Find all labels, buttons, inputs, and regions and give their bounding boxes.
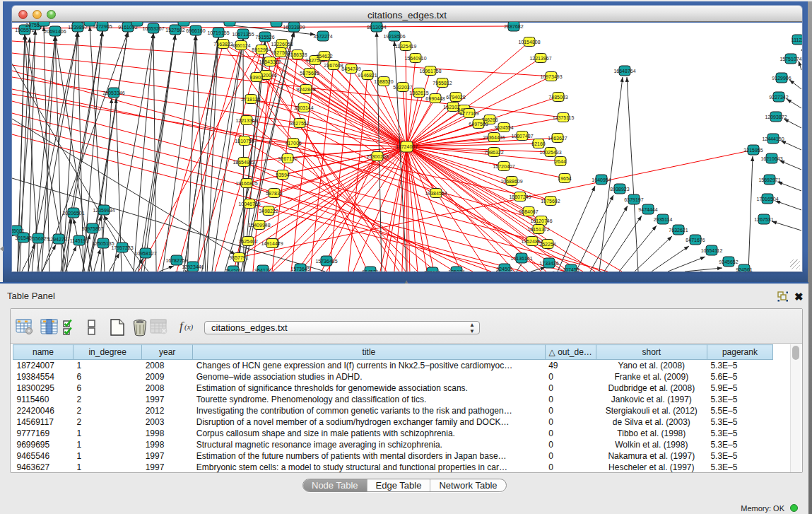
- svg-text:8813054: 8813054: [367, 25, 386, 30]
- svg-text:f: f: [180, 320, 184, 333]
- svg-text:9777169: 9777169: [459, 111, 478, 116]
- svg-text:10719155: 10719155: [207, 30, 229, 35]
- svg-text:872601: 872601: [424, 270, 440, 272]
- svg-text:9474444: 9474444: [638, 207, 657, 212]
- svg-text:125034: 125034: [448, 269, 464, 272]
- svg-text:10973493: 10973493: [540, 74, 562, 79]
- svg-text:15751074: 15751074: [779, 57, 801, 62]
- svg-text:7485003: 7485003: [548, 95, 567, 100]
- svg-text:15640910: 15640910: [404, 56, 426, 61]
- svg-text:15692971: 15692971: [758, 177, 780, 182]
- svg-text:6990448: 6990448: [425, 96, 445, 101]
- svg-text:2718126: 2718126: [241, 97, 260, 102]
- svg-text:1267531: 1267531: [754, 217, 773, 222]
- svg-text:587833: 587833: [266, 191, 282, 196]
- svg-text:924561: 924561: [736, 267, 752, 272]
- svg-text:62160: 62160: [531, 141, 546, 146]
- svg-text:107453: 107453: [563, 267, 579, 272]
- svg-text:15409948: 15409948: [248, 223, 270, 228]
- svg-text:2887682: 2887682: [504, 24, 523, 29]
- svg-text:21364436: 21364436: [483, 135, 505, 140]
- svg-text:7986322: 7986322: [484, 150, 503, 155]
- svg-text:1075692: 1075692: [541, 199, 560, 204]
- svg-text:16782759: 16782759: [165, 258, 187, 263]
- svg-text:20691406: 20691406: [44, 29, 66, 34]
- svg-text:10807487: 10807487: [511, 134, 533, 139]
- svg-text:5322037: 5322037: [393, 85, 412, 90]
- svg-text:11122: 11122: [792, 37, 802, 42]
- svg-text:25300203: 25300203: [366, 154, 388, 159]
- svg-text:754201: 754201: [225, 269, 241, 272]
- svg-text:12093872: 12093872: [765, 115, 787, 119]
- svg-text:3267130: 3267130: [278, 156, 297, 161]
- svg-text:9084067: 9084067: [519, 209, 538, 214]
- svg-text:3572274: 3572274: [313, 34, 332, 39]
- svg-text:154622: 154622: [316, 54, 332, 59]
- svg-text:14914479: 14914479: [261, 241, 283, 246]
- svg-text:835001: 835001: [12, 228, 25, 233]
- svg-text:924501: 924501: [496, 267, 512, 271]
- svg-text:(x): (x): [184, 322, 194, 332]
- svg-text:93901: 93901: [249, 75, 264, 80]
- svg-text:29053346: 29053346: [102, 90, 124, 95]
- svg-text:5875685: 5875685: [300, 71, 319, 76]
- svg-text:10653267: 10653267: [142, 26, 164, 31]
- svg-text:14136141: 14136141: [510, 256, 532, 261]
- svg-text:10671355: 10671355: [232, 32, 254, 37]
- svg-text:9857791: 9857791: [229, 255, 248, 260]
- svg-text:12359934: 12359934: [93, 208, 114, 213]
- svg-text:16033809: 16033809: [283, 25, 305, 30]
- svg-text:8938923: 8938923: [610, 187, 629, 192]
- svg-text:2935114: 2935114: [654, 217, 673, 222]
- svg-text:7632621: 7632621: [669, 228, 688, 233]
- svg-text:10046766: 10046766: [238, 201, 260, 206]
- svg-text:19218506: 19218506: [383, 34, 405, 39]
- svg-text:664521: 664521: [362, 269, 378, 272]
- svg-text:252254: 252254: [539, 242, 555, 247]
- svg-text:9242848: 9242848: [296, 87, 315, 92]
- svg-text:1362615: 1362615: [409, 90, 428, 95]
- svg-text:2803144: 2803144: [294, 105, 313, 110]
- svg-text:954122: 954122: [254, 268, 271, 272]
- svg-text:2367608: 2367608: [324, 63, 343, 68]
- svg-text:12213369: 12213369: [235, 118, 257, 123]
- svg-text:6497568: 6497568: [469, 122, 488, 127]
- svg-text:417006: 417006: [285, 141, 301, 146]
- svg-text:16543382: 16543382: [259, 59, 281, 64]
- svg-text:16648764: 16648764: [613, 69, 635, 74]
- svg-text:10654112: 10654112: [701, 248, 723, 253]
- svg-text:15720407: 15720407: [493, 164, 514, 169]
- svg-text:19654: 19654: [558, 176, 572, 181]
- svg-text:1733436: 1733436: [539, 261, 558, 266]
- svg-text:53594: 53594: [276, 173, 290, 177]
- svg-text:3498222: 3498222: [259, 209, 278, 214]
- svg-text:1640954: 1640954: [592, 177, 611, 182]
- svg-text:8186328: 8186328: [288, 52, 307, 57]
- svg-text:9129906: 9129906: [772, 76, 791, 81]
- svg-text:16151372: 16151372: [527, 227, 549, 232]
- svg-text:9245652: 9245652: [719, 259, 738, 264]
- svg-text:6379197: 6379197: [624, 197, 643, 202]
- svg-text:1145191: 1145191: [70, 238, 89, 243]
- svg-text:10154808: 10154808: [518, 40, 540, 45]
- svg-text:16210643: 16210643: [760, 156, 782, 161]
- svg-text:7625402: 7625402: [238, 239, 257, 244]
- svg-text:12444150: 12444150: [762, 136, 784, 141]
- svg-text:8912954: 8912954: [252, 47, 271, 52]
- svg-text:18654983: 18654983: [233, 160, 254, 165]
- svg-text:6966160: 6966160: [186, 28, 205, 33]
- svg-text:19166825: 19166825: [235, 181, 257, 186]
- svg-text:2644: 2644: [555, 159, 566, 164]
- svg-text:12213967: 12213967: [529, 56, 551, 61]
- svg-text:10025433: 10025433: [539, 150, 561, 155]
- svg-text:20206501: 20206501: [62, 211, 84, 216]
- svg-text:9146821: 9146821: [358, 73, 377, 78]
- svg-text:8471676: 8471676: [686, 238, 705, 243]
- svg-text:7955812: 7955812: [433, 81, 452, 86]
- svg-text:1463627: 1463627: [548, 136, 567, 141]
- svg-text:1527602: 1527602: [165, 28, 184, 33]
- svg-text:6794028: 6794028: [446, 95, 465, 100]
- svg-text:10688609: 10688609: [500, 179, 522, 184]
- svg-text:18807249: 18807249: [509, 194, 531, 199]
- svg-text:1588520: 1588520: [374, 79, 393, 84]
